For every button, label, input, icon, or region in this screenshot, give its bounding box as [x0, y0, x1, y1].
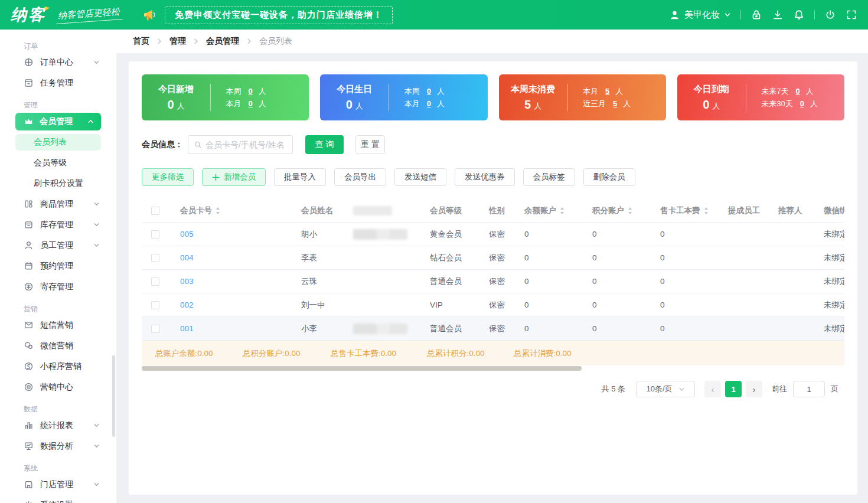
miniprogram-icon	[24, 361, 34, 371]
stat-value: 0	[346, 98, 353, 111]
blurred-phone	[353, 324, 407, 334]
sidebar-item-member-management[interactable]: 会员管理	[15, 113, 101, 130]
member-card-link[interactable]: 003	[180, 277, 194, 286]
col-gender: 性别	[489, 205, 505, 216]
sidebar-item-card-points-settings[interactable]: 刷卡积分设置	[15, 175, 101, 192]
member-tags-button[interactable]: 会员标签	[523, 168, 575, 186]
top-header-bar: 纳客 纳客管店更轻松 免费申领支付宝碰一碰设备，助力门店业绩倍增！ 美甲化妆	[0, 0, 868, 30]
stat-value: 5	[524, 98, 531, 111]
col-level: 会员等级	[430, 205, 462, 216]
prev-page-button[interactable]: ‹	[704, 381, 721, 397]
select-all-checkbox[interactable]	[151, 207, 159, 215]
chevron-down-icon	[724, 11, 731, 18]
breadcrumb-management[interactable]: 管理	[169, 36, 186, 47]
sidebar-item-marketing-center[interactable]: 营销中心	[0, 377, 116, 397]
batch-import-button[interactable]: 批量导入	[274, 168, 326, 186]
stat-sub-value[interactable]: 0	[249, 87, 253, 96]
lock-icon[interactable]	[750, 9, 762, 21]
sidebar-item-member-level[interactable]: 会员等级	[15, 155, 101, 171]
row-checkbox[interactable]	[151, 230, 159, 239]
table-row: 002 刘一中 VIP 保密 0 0 0 未绑定	[142, 293, 844, 317]
stat-sub-value[interactable]: 0	[800, 99, 804, 108]
stat-sub-value[interactable]: 0	[796, 87, 800, 96]
member-export-button[interactable]: 会员导出	[334, 168, 386, 186]
stat-sub-value[interactable]: 0	[427, 87, 431, 96]
current-page-button[interactable]: 1	[725, 381, 742, 397]
more-filter-button[interactable]: 更多筛选	[142, 168, 194, 186]
sort-icon[interactable]	[703, 207, 709, 215]
sidebar-item-system-settings[interactable]: 系统设置	[0, 495, 116, 503]
add-member-button[interactable]: 新增会员	[202, 168, 266, 186]
horizontal-scrollbar[interactable]	[142, 366, 582, 371]
announcement-banner[interactable]: 免费申领支付宝碰一碰设备，助力门店业绩倍增！	[165, 6, 393, 24]
fullscreen-icon[interactable]	[846, 9, 857, 21]
sidebar-item-goods-management[interactable]: 商品管理	[0, 194, 116, 214]
search-label: 会员信息：	[142, 139, 183, 150]
sidebar-item-store-management[interactable]: 门店管理	[0, 474, 116, 495]
sidebar-item-label: 数据分析	[40, 441, 73, 452]
row-checkbox[interactable]	[151, 301, 159, 309]
sort-icon[interactable]	[559, 207, 565, 215]
search-input[interactable]	[205, 140, 287, 149]
sidebar-item-sms-marketing[interactable]: 短信营销	[0, 315, 116, 335]
row-checkbox[interactable]	[151, 254, 159, 262]
chevron-down-icon	[93, 201, 100, 207]
bell-icon[interactable]	[793, 9, 805, 21]
breadcrumb-home[interactable]: 首页	[133, 36, 149, 47]
download-icon[interactable]	[772, 9, 784, 21]
monitor-chart-icon	[24, 441, 34, 451]
member-card-link[interactable]: 001	[180, 324, 194, 333]
stat-sub-value[interactable]: 0	[249, 99, 253, 108]
sort-icon[interactable]	[215, 207, 221, 215]
row-checkbox[interactable]	[151, 325, 159, 333]
sort-icon[interactable]	[627, 207, 633, 215]
stat-sub-value[interactable]: 5	[605, 87, 609, 96]
next-page-button[interactable]: ›	[746, 381, 762, 397]
sidebar-item-label: 统计报表	[40, 420, 73, 431]
stat-card-new-today[interactable]: 今日新增 0人 本周0人 本月0人	[142, 74, 309, 120]
inventory-icon	[24, 220, 34, 230]
sidebar-scrollbar[interactable]	[112, 355, 115, 437]
sidebar-item-appointment-management[interactable]: 预约管理	[0, 256, 116, 276]
breadcrumb-member-management[interactable]: 会员管理	[206, 36, 239, 47]
sidebar-item-deposit-management[interactable]: 寄存管理	[0, 276, 116, 297]
member-name: 小李	[292, 324, 345, 334]
delete-member-button[interactable]: 删除会员	[583, 168, 635, 186]
power-icon[interactable]	[824, 9, 836, 21]
divider	[814, 10, 815, 19]
stat-value: 0	[703, 98, 709, 111]
sidebar-item-task-management[interactable]: 任务管理	[0, 73, 116, 93]
member-gender: 保密	[472, 300, 514, 311]
stat-value: 0	[168, 98, 174, 111]
stat-sub-label: 本月	[404, 99, 420, 109]
page-size-select[interactable]: 10条/页	[636, 381, 695, 397]
stat-sub-value[interactable]: 0	[427, 99, 431, 108]
send-coupon-button[interactable]: 发送优惠券	[455, 168, 515, 186]
divider	[746, 84, 746, 111]
member-card-link[interactable]: 004	[180, 253, 194, 262]
sidebar-item-wechat-marketing[interactable]: 微信营销	[0, 335, 116, 356]
logo[interactable]: 纳客	[11, 4, 46, 25]
sidebar-item-miniprogram-marketing[interactable]: 小程序营销	[0, 356, 116, 377]
member-card-link[interactable]: 002	[180, 301, 194, 309]
stat-sub-value[interactable]: 5	[613, 99, 617, 108]
sidebar-item-order-center[interactable]: 订单中心	[0, 52, 116, 73]
row-checkbox[interactable]	[151, 277, 159, 286]
sidebar-item-data-analysis[interactable]: 数据分析	[0, 436, 116, 456]
user-menu[interactable]: 美甲化妆	[669, 9, 731, 21]
reset-button[interactable]: 重 置	[355, 135, 385, 154]
stat-sub-unit: 人	[259, 99, 266, 109]
member-card-link[interactable]: 005	[180, 230, 194, 239]
stat-card-birthday-today[interactable]: 今日生日 0人 本周0人 本月0人	[320, 74, 487, 120]
query-button[interactable]: 查 询	[305, 135, 344, 154]
col-card: 会员卡号	[180, 205, 212, 216]
sidebar-item-staff-management[interactable]: 员工管理	[0, 235, 116, 256]
sidebar-item-statistics-reports[interactable]: 统计报表	[0, 415, 116, 436]
send-sms-button[interactable]: 发送短信	[394, 168, 446, 186]
stat-card-expire-today[interactable]: 今日到期 0人 未来7天0人 未来30天0人	[677, 74, 844, 120]
sidebar-item-inventory-management[interactable]: 库存管理	[0, 214, 116, 235]
breadcrumb: 首页 管理 会员管理 会员列表	[116, 30, 868, 53]
stat-card-no-consume-week[interactable]: 本周未消费 5人 本月5人 近三月5人	[499, 74, 666, 120]
sidebar-item-member-list[interactable]: 会员列表	[15, 134, 101, 151]
goto-page-input[interactable]	[793, 381, 825, 397]
